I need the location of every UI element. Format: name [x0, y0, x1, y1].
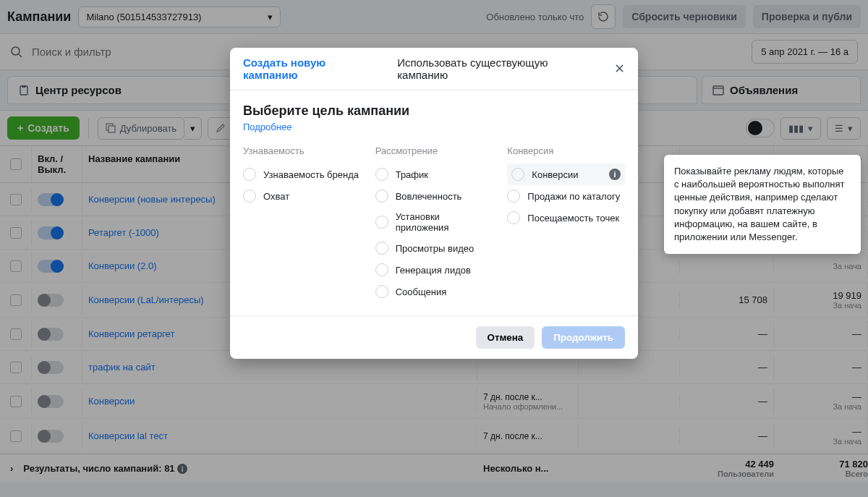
objective-option[interactable]: Продажи по каталогу — [507, 185, 625, 207]
objective-tooltip: Показывайте рекламу людям, которые с наи… — [664, 155, 861, 254]
continue-button[interactable]: Продолжить — [542, 326, 625, 349]
modal-title: Выберите цель кампании — [243, 103, 625, 119]
radio-icon — [507, 211, 520, 224]
radio-icon — [375, 285, 388, 298]
modal-tab-new[interactable]: Создать новую кампанию — [243, 56, 380, 81]
objective-option[interactable]: Вовлеченность — [375, 185, 493, 207]
objective-option[interactable]: Трафик — [375, 163, 493, 185]
create-campaign-modal: Создать новую кампанию Использовать суще… — [230, 48, 638, 359]
objective-option[interactable]: Посещаемость точек — [507, 207, 625, 229]
objective-col-conversion: Конверсия КонверсииiПродажи по каталогуП… — [507, 145, 625, 302]
radio-icon — [375, 242, 388, 255]
objective-option[interactable]: Охват — [243, 185, 361, 207]
info-icon[interactable]: i — [609, 169, 621, 180]
radio-icon — [243, 190, 256, 203]
close-icon[interactable]: ✕ — [614, 61, 625, 77]
radio-icon — [511, 168, 524, 181]
objective-option[interactable]: Конверсииi — [507, 163, 625, 185]
radio-icon — [375, 216, 388, 229]
objective-option[interactable]: Просмотры видео — [375, 237, 493, 259]
radio-icon — [243, 168, 256, 181]
radio-icon — [507, 190, 520, 203]
objective-option[interactable]: Генерация лидов — [375, 259, 493, 281]
objective-option[interactable]: Узнаваемость бренда — [243, 163, 361, 185]
radio-icon — [375, 168, 388, 181]
radio-icon — [375, 190, 388, 203]
objective-option[interactable]: Установки приложения — [375, 207, 493, 237]
objective-col-consideration: Рассмотрение ТрафикВовлеченностьУстановк… — [375, 145, 493, 302]
objective-col-awareness: Узнаваемость Узнаваемость брендаОхват — [243, 145, 361, 302]
modal-tab-existing[interactable]: Использовать существующую кампанию — [397, 56, 597, 81]
objective-option[interactable]: Сообщения — [375, 281, 493, 302]
learn-more-link[interactable]: Подробнее — [243, 122, 625, 132]
cancel-button[interactable]: Отмена — [476, 326, 535, 349]
radio-icon — [375, 263, 388, 276]
